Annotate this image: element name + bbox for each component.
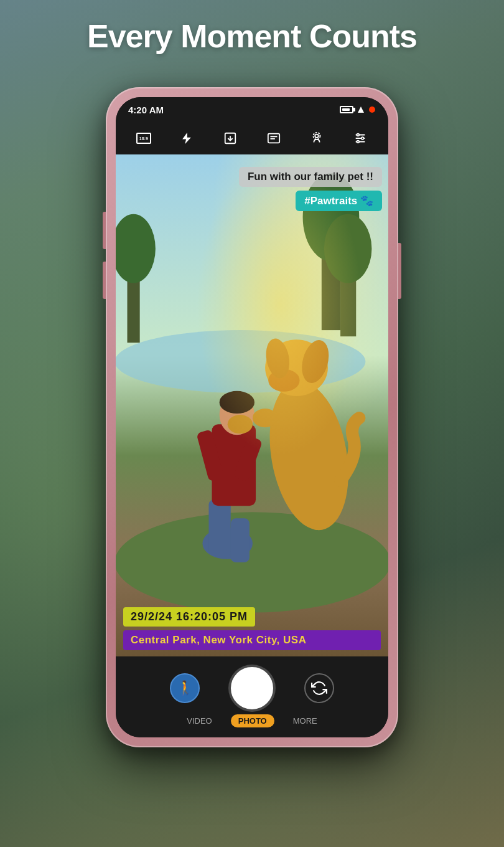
settings-icon[interactable] (349, 127, 371, 149)
camera-viewfinder: Fun with our family pet !! #Pawtraits 🐾 … (116, 154, 388, 656)
timestamp-badge: 29/2/24 16:20:05 PM (123, 607, 255, 627)
gallery-button[interactable]: 🚶 (170, 673, 200, 703)
tag-fun-text: Fun with our family pet !! (239, 167, 382, 187)
person-icon: 🚶 (177, 680, 194, 696)
flip-camera-button[interactable] (304, 673, 334, 703)
camera-controls: 🚶 VIDEO PHOTO MORE (116, 656, 388, 737)
svg-point-7 (315, 135, 319, 138)
phone-screen: 4:20 AM 16:9 (116, 97, 388, 737)
flash-icon[interactable] (175, 127, 198, 149)
status-icons (340, 106, 376, 113)
phone-shell: 4:20 AM 16:9 (106, 87, 398, 747)
scene-svg (116, 154, 388, 656)
aspect-ratio-icon[interactable]: 16:9 (133, 127, 155, 149)
flip-icon (311, 680, 327, 696)
svg-rect-40 (116, 154, 388, 656)
download-icon[interactable] (219, 127, 241, 149)
tag-pawtraits: #Pawtraits 🐾 (296, 191, 382, 211)
svg-marker-0 (358, 106, 364, 113)
text-overlay-icon[interactable] (263, 127, 285, 149)
svg-point-13 (362, 137, 364, 140)
mode-more[interactable]: MORE (293, 716, 317, 726)
mode-video[interactable]: VIDEO (187, 716, 212, 726)
battery-icon (340, 106, 353, 113)
overlay-tags: Fun with our family pet !! #Pawtraits 🐾 (239, 167, 382, 211)
mode-row: VIDEO PHOTO MORE (187, 714, 317, 727)
phone-mockup: 4:20 AM 16:9 (106, 87, 398, 747)
power-button[interactable] (398, 243, 401, 299)
portrait-icon[interactable] (306, 127, 328, 149)
overlay-info: 29/2/24 16:20:05 PM Central Park, New Yo… (116, 601, 388, 656)
toolbar: 16:9 (116, 122, 388, 154)
status-bar: 4:20 AM (116, 97, 388, 122)
circle-icon (368, 106, 376, 113)
volume-up-button[interactable] (103, 212, 106, 249)
triangle-icon (357, 106, 365, 113)
svg-point-14 (357, 141, 360, 143)
svg-point-12 (357, 134, 360, 136)
shutter-button[interactable] (231, 667, 273, 709)
mode-photo[interactable]: PHOTO (231, 714, 274, 727)
svg-point-1 (369, 106, 375, 113)
location-badge: Central Park, New York City, USA (123, 630, 381, 650)
svg-point-8 (314, 133, 320, 140)
status-time: 4:20 AM (128, 105, 164, 115)
page-title: Every Moment Counts (0, 17, 504, 55)
shutter-row: 🚶 (116, 667, 388, 709)
volume-down-button[interactable] (103, 262, 106, 299)
